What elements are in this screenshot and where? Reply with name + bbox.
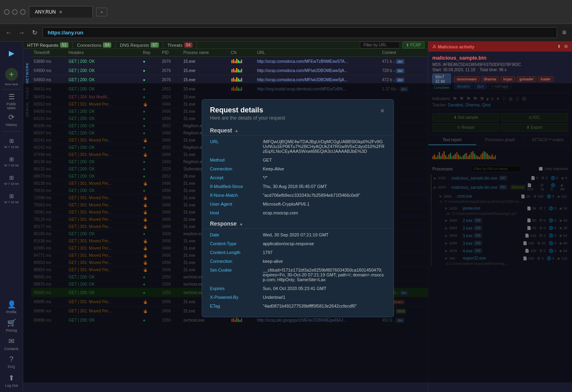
url-filter-input[interactable]	[360, 42, 400, 48]
cn-cell	[229, 57, 255, 66]
modal-overlay[interactable]: Request details Here are the details of …	[23, 83, 572, 382]
content-cell: 728 b ↓ der	[380, 66, 428, 75]
modal-row-connection-resp: Connection keep-alive	[202, 257, 393, 266]
tab-http-requests[interactable]: HTTP Requests 51	[23, 42, 73, 48]
modal-row-set-cookie: Set-Cookie __cfduid=f171e171bf3a2e8259bf…	[202, 266, 393, 284]
modal-row-expires: Expires Sun, 04 Oct 2020 05:23:41 GMT	[202, 284, 393, 293]
process-cell: 15.exe	[181, 57, 229, 66]
tab-connections[interactable]: Connections 64	[73, 42, 116, 48]
back-button[interactable]: ←	[4, 28, 14, 38]
set-cookie-key: Set-Cookie	[210, 268, 258, 282]
tag-item[interactable]: dharma	[481, 76, 499, 82]
tag-item[interactable]: ransomware	[454, 76, 480, 82]
headers-cell: GET | 200: OK	[66, 66, 140, 75]
svg-rect-10	[236, 68, 237, 72]
pid-cell: 2676	[160, 66, 181, 75]
tab-threats[interactable]: Threats 54	[163, 42, 197, 48]
forward-button[interactable]: →	[17, 28, 26, 38]
url-key: URL	[210, 139, 258, 154]
browser-tab[interactable]: ANY.RUN ×	[29, 6, 93, 18]
reload-button[interactable]: ↻	[30, 28, 39, 38]
modal-request-section: Request ▲	[202, 124, 393, 136]
rep-cell: ●	[140, 57, 159, 66]
windows-icon-3: ⊞	[9, 174, 14, 181]
timeshift-cell: 54900 ms	[31, 66, 66, 75]
sidebar-item-w732-1[interactable]: ⊞ W 7 32 bit	[3, 135, 20, 152]
svg-rect-1	[233, 59, 234, 63]
content-type-val: application/ocsp-response	[263, 241, 314, 246]
connection-req-key: Connection	[210, 166, 258, 171]
tag-item[interactable]: trojan	[500, 76, 515, 82]
profile-icon: 👤	[7, 300, 16, 309]
sidebar-item-pricing[interactable]: 🛒 Pricing	[3, 317, 20, 334]
size-cell: 472 b ↓	[382, 78, 395, 82]
tab-threats-label: Threats	[167, 43, 182, 48]
w732-label-2: W 7 32 bit	[4, 164, 18, 167]
settings-icon[interactable]: ⚙	[564, 44, 568, 49]
faq-icon: ?	[9, 355, 13, 364]
user-agent-key: User-Agent	[210, 202, 258, 206]
dot-2	[12, 9, 18, 15]
tab-close-button[interactable]: ×	[59, 9, 62, 15]
main-layout: ▶ + New task ☰ Public tasks ⟳ History ⊞ …	[0, 42, 572, 392]
share-icon[interactable]: ⬆	[557, 44, 561, 49]
history-label: History	[6, 123, 17, 127]
col-url: URL	[255, 49, 379, 57]
w732-label-4: W 7 32 bit	[4, 200, 18, 204]
cart-icon: 🛒	[7, 318, 16, 327]
col-process: Process name	[181, 49, 229, 57]
left-sidebar: ▶ + New task ☰ Public tasks ⟳ History ⊞ …	[0, 42, 23, 392]
sidebar-item-contacts[interactable]: ✉ Contacts	[3, 335, 20, 352]
svg-rect-7	[231, 69, 233, 72]
sidebar-item-profile[interactable]: 👤 Profile	[3, 298, 20, 315]
modal-close-button[interactable]: ×	[379, 106, 385, 116]
date-val: Wed, 30 Sep 2020 07:21:19 GMT	[263, 232, 329, 237]
sample-meta: Start: 30.09.2020, 11:19 Total time: 96 …	[432, 68, 568, 72]
sidebar-item-w732-4[interactable]: ⊞ W 7 32 bit	[3, 190, 20, 207]
nav-menu-button[interactable]: ≡	[560, 27, 568, 38]
sidebar-play-icon[interactable]: ▶	[3, 45, 20, 62]
sidebar-item-history[interactable]: ⟳ History	[3, 111, 20, 128]
svg-rect-0	[231, 60, 233, 63]
start-label: Start:	[432, 68, 442, 72]
tab-dns-badge: 67	[151, 42, 159, 48]
pcap-button[interactable]: ⬆ PCAP	[402, 42, 425, 48]
sidebar-item-w732-2[interactable]: ⊞ W 7 32 bit	[3, 153, 20, 170]
history-icon: ⟳	[8, 113, 14, 122]
table-row[interactable]: 54900 ms GET | 200: OK ● 2676 15.exe htt…	[31, 66, 428, 75]
sidebar-item-logout[interactable]: ⬆ Log Out	[3, 372, 20, 389]
col-timeshift: Timeshift	[31, 49, 66, 57]
modal-row-x-powered-by: X-Powered-By Undertow/1	[202, 293, 393, 302]
vertical-network-label[interactable]: NETWORK	[24, 61, 30, 85]
tab-http-label: HTTP Requests	[27, 43, 58, 48]
process-cell: 15.exe	[181, 66, 229, 75]
sidebar-item-public-tasks[interactable]: ☰ Public tasks	[3, 93, 20, 110]
url-bar[interactable]	[42, 27, 557, 38]
svg-rect-9	[235, 70, 236, 72]
hash-label: MD5:	[432, 62, 442, 67]
accept-val: */*	[263, 175, 268, 180]
faq-label: FAQ	[8, 365, 15, 369]
new-tab-button[interactable]: +	[96, 8, 107, 16]
modal-title: Request details	[210, 106, 285, 114]
svg-rect-11	[238, 69, 239, 72]
modal-row-user-agent: User-Agent Microsoft-CryptoAPI/6.1	[202, 200, 393, 208]
tab-dns-requests[interactable]: DNS Requests 67	[116, 42, 163, 48]
tag-item[interactable]: guloader	[517, 76, 536, 82]
if-modified-since-key: If-Modified-Since	[210, 184, 258, 189]
svg-rect-5	[239, 61, 241, 63]
modal-row-if-modified-since: If-Modified-Since Thu, 30 Aug 2018 05:45…	[202, 182, 393, 191]
if-none-match-key: If-None-Match	[210, 193, 258, 198]
tag-item[interactable]: loader	[538, 76, 554, 82]
sidebar-item-w732-3[interactable]: ⊞ W 7 32 bit	[3, 172, 20, 188]
new-task-button[interactable]: +	[5, 68, 18, 81]
profile-label: Profile	[6, 310, 17, 314]
sidebar-item-faq[interactable]: ? FAQ	[3, 354, 20, 370]
response-section-label: Response	[210, 220, 237, 227]
size-cell: 471 b ↓	[382, 59, 395, 64]
hash-value: AFBE86C5D4198549F63750DF9378F983C	[443, 62, 521, 67]
request-section-label: Request	[210, 127, 232, 134]
url-cell: http://ocsp.comodoca.com/MFEwTzBNMEswSTA…	[257, 59, 348, 64]
table-row[interactable]: 53880 ms GET | 200: OK ● 2676 15.exe htt…	[31, 57, 428, 66]
w732-label-3: W 7 32 bit	[4, 182, 18, 186]
